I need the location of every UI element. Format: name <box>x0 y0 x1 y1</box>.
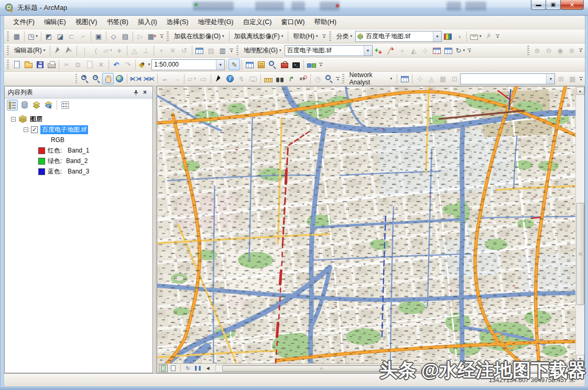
combo-dropdown-icon[interactable]: ▼ <box>546 74 554 84</box>
attributes-button[interactable] <box>194 45 205 56</box>
go-to-xy-button[interactable] <box>297 73 309 84</box>
trace-button[interactable]: ∗ <box>114 45 125 56</box>
layer-name-selected[interactable]: 百度电子地图.tif <box>40 125 88 134</box>
georeferencing-menu-button[interactable]: 地理配准(G)▾ <box>241 45 285 56</box>
collapse-icon[interactable]: − <box>24 127 28 132</box>
add-control-points-button[interactable] <box>373 45 385 56</box>
menu-edit[interactable]: 编辑(E) <box>39 16 71 29</box>
modelbuilder-button[interactable] <box>306 59 318 70</box>
arctoolbox-button[interactable] <box>279 59 290 70</box>
menu-file[interactable]: 文件(F) <box>8 16 39 29</box>
fixed-zoom-in-button[interactable]: ⋉⋊ <box>129 73 142 84</box>
toolbar-grip[interactable] <box>7 46 9 55</box>
straight-segment-button[interactable]: ／ <box>79 45 90 56</box>
toolbar-overflow[interactable] <box>578 73 584 84</box>
combo-dropdown-icon[interactable]: ▼ <box>433 31 441 41</box>
menu-help[interactable]: 帮助(H) <box>310 16 341 29</box>
pause-drawing-button[interactable]: ❚❚ <box>193 364 202 372</box>
menu-selection[interactable]: 选择(S) <box>162 16 193 29</box>
adjustment-modify-button[interactable]: ◪ <box>55 30 66 42</box>
adjustment-transform-button[interactable]: ◳▾ <box>26 30 39 42</box>
list-by-source-button[interactable] <box>19 100 30 111</box>
adjustment-edge-button[interactable]: ⌐ <box>78 30 89 42</box>
adjustment-review-button[interactable]: ▤ <box>119 30 131 42</box>
vertical-scrollbar[interactable]: ▲ ▼ <box>575 86 584 363</box>
delete-link-button[interactable]: ⊹ <box>420 45 431 56</box>
editor-menu-button[interactable]: 编辑器(R)▾ <box>11 45 48 56</box>
scroll-up-icon[interactable]: ▲ <box>576 87 584 95</box>
list-by-visibility-button[interactable] <box>31 100 42 111</box>
toolbar-overflow[interactable] <box>228 45 235 56</box>
combo-dropdown-icon[interactable]: ▼ <box>216 60 224 70</box>
close-panel-icon[interactable]: × <box>140 88 149 97</box>
barriers-button[interactable]: ▩ <box>567 73 578 84</box>
combo-dropdown-icon[interactable]: ▼ <box>364 46 372 56</box>
paste-button[interactable] <box>84 59 95 70</box>
find-route-button[interactable]: ↱ <box>286 73 297 84</box>
adjustment-grid-button[interactable]: ▦ <box>11 30 23 42</box>
layer-visibility-checkbox[interactable] <box>31 126 38 133</box>
table-of-contents-window-button[interactable] <box>244 59 255 70</box>
map-canvas[interactable] <box>157 86 575 363</box>
rotate-tool-button[interactable]: ↺ <box>179 45 190 56</box>
viewer-extent-button[interactable]: ⊛ <box>566 45 578 56</box>
load-online-imagery-button[interactable]: 加载在线影像(O)▾ <box>171 30 227 42</box>
toolbar-overflow[interactable] <box>335 73 341 84</box>
identify-button[interactable]: i <box>224 73 236 84</box>
endpoint-arc-button[interactable]: ( <box>90 45 102 56</box>
effects-contrast-button[interactable] <box>442 30 453 42</box>
rotate-image-button[interactable]: ↻▾ <box>454 45 466 56</box>
edit-tool-button[interactable] <box>52 45 63 56</box>
effects-transparency-button[interactable]: ◑ <box>453 30 465 42</box>
adjustment-attribute-transfer-button[interactable]: ▦✕ <box>146 30 159 42</box>
delete-button[interactable]: ✕ <box>95 59 107 70</box>
select-link-button[interactable]: ＋ <box>397 45 408 56</box>
measure-button[interactable] <box>263 73 274 84</box>
catalog-window-button[interactable] <box>255 59 267 70</box>
effects-flicker-button[interactable] <box>483 30 495 42</box>
select-features-button[interactable]: ▱▾ <box>186 73 198 84</box>
zoom-out-button[interactable]: − <box>91 73 102 84</box>
print-button[interactable] <box>46 59 57 70</box>
list-by-drawing-order-button[interactable] <box>7 100 18 111</box>
cut-button[interactable]: ✂ <box>61 59 72 70</box>
menu-customize[interactable]: 自定义(C) <box>238 16 277 29</box>
toolbar-grip[interactable] <box>7 60 9 69</box>
adjustment-open-button[interactable]: ⊏ <box>66 30 78 42</box>
pin-icon[interactable] <box>132 88 140 97</box>
go-back-extent-button[interactable]: ← <box>159 73 171 84</box>
adjustment-preview-button[interactable]: ▣ <box>93 30 104 42</box>
previous-tab-button[interactable]: ◀ <box>203 364 212 372</box>
maximize-button[interactable]: ▣ <box>546 0 561 10</box>
toolbar-overflow[interactable] <box>495 31 501 41</box>
plugin-help-button[interactable]: 帮助(H)▾ <box>290 30 321 42</box>
refresh-view-button[interactable]: ↻ <box>183 364 192 372</box>
menu-insert[interactable]: 插入(I) <box>133 16 162 29</box>
clear-selection-button[interactable]: ▭ <box>198 73 209 84</box>
zoom-in-button[interactable]: + <box>79 73 91 84</box>
full-extent-button[interactable] <box>114 73 125 84</box>
select-elements-button[interactable] <box>213 73 224 84</box>
build-network-button[interactable]: ▦ <box>437 73 449 84</box>
sketch-properties-button[interactable]: ▨ <box>205 45 217 56</box>
undo-button[interactable]: ↶ <box>111 59 122 70</box>
zoom-to-link-button[interactable]: ◭ <box>408 45 420 56</box>
scale-combo[interactable]: 1:50,000 ▼ <box>151 59 225 70</box>
toolbar-grip[interactable] <box>329 31 331 41</box>
adjustment-pointer-button[interactable]: ▷ <box>135 30 146 42</box>
search-window-button[interactable] <box>267 59 279 70</box>
find-button[interactable] <box>274 73 286 84</box>
construction-tools-button[interactable]: ▱▾ <box>102 45 114 56</box>
reshape-button[interactable]: △ <box>129 45 140 56</box>
fixed-zoom-out-button[interactable]: ⋊⋉ <box>143 73 156 84</box>
toolbar-overflow[interactable] <box>466 45 473 56</box>
hyperlink-button[interactable]: ↯ <box>236 73 247 84</box>
collapse-icon[interactable]: − <box>11 117 16 122</box>
toolbar-overflow[interactable] <box>321 31 328 41</box>
copy-button[interactable]: ⧉ <box>72 59 84 70</box>
network-dataset-combo[interactable]: ▼ <box>460 73 555 84</box>
viewer-pan-button[interactable]: ◉ <box>554 45 566 56</box>
effects-classify-button[interactable]: 分类▾ <box>333 30 356 42</box>
go-forward-extent-button[interactable]: → <box>171 73 182 84</box>
close-button[interactable]: ✕ <box>560 0 584 10</box>
